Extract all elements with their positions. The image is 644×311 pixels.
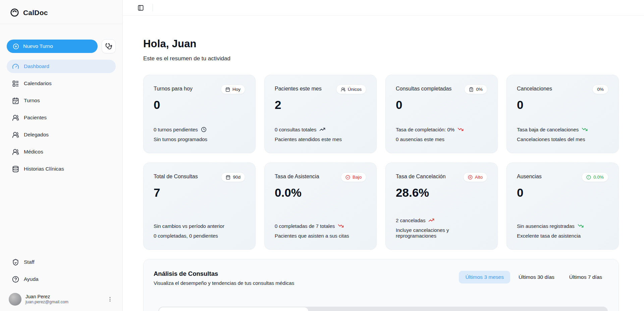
- trending-down-icon: [578, 223, 584, 229]
- badge-text: 0%: [476, 87, 483, 92]
- calendar-icon: [226, 175, 230, 180]
- users-icon: [12, 148, 19, 156]
- tab-ultimos-7-dias[interactable]: Últimos 7 días: [563, 271, 608, 284]
- sidebar: CalDoc Nuevo Turno Dashboard Calendarios…: [0, 0, 123, 311]
- app-title: CalDoc: [23, 9, 48, 17]
- badge-text: Alto: [475, 175, 483, 180]
- sidebar-item-label: Dashboard: [24, 63, 49, 69]
- sidebar-item-label: Turnos: [24, 98, 40, 104]
- sidebar-item-ayuda[interactable]: Ayuda: [7, 272, 116, 286]
- stat-value: 0: [517, 186, 608, 199]
- stat-line1: Sin cambios vs período anterior: [154, 223, 224, 229]
- caldoc-logo-icon: [10, 8, 19, 17]
- sidebar-item-label: Médicos: [24, 149, 43, 155]
- stat-line1: Tasa baja de cancelaciones: [517, 127, 579, 132]
- stethoscope-icon: [105, 43, 112, 50]
- sidebar-item-calendarios[interactable]: Calendarios: [7, 77, 116, 90]
- user-profile[interactable]: Juan Perez juan.perez@gmail.com: [0, 290, 122, 311]
- trending-down-icon: [338, 223, 344, 229]
- tab-general[interactable]: General: [159, 307, 308, 311]
- topbar: [123, 0, 644, 16]
- main-area: Hola, Juan Este es el resumen de tu acti…: [123, 0, 644, 311]
- alert-circle-icon: [586, 175, 591, 180]
- stat-line2: Pacientes atendidos este mes: [275, 136, 342, 142]
- sidebar-toggle-button[interactable]: [136, 3, 145, 12]
- stat-card-tasa-asistencia: Tasa de Asistencia Bajo 0.0% 0 completad…: [264, 163, 377, 250]
- sidebar-item-historias-clinicas[interactable]: Historias Clínicas: [7, 162, 116, 176]
- tab-ultimos-3-meses[interactable]: Últimos 3 meses: [459, 271, 510, 284]
- stat-line2: Pacientes que asisten a sus citas: [275, 233, 349, 239]
- stat-line2: Sin turnos programados: [154, 136, 207, 142]
- clipboard-check-icon: [469, 87, 474, 92]
- new-turno-button[interactable]: Nuevo Turno: [7, 40, 98, 53]
- stat-card-ausencias: Ausencias 0.0% 0 Sin ausencias registrad…: [506, 163, 619, 250]
- stat-line2: 0 completadas, 0 pendientes: [154, 233, 218, 239]
- sidebar-item-label: Calendarios: [24, 80, 52, 86]
- sidebar-item-delegados[interactable]: Delegados: [7, 128, 116, 141]
- stat-card-tasa-cancelacion: Tasa de Cancelación Alto 28.6% 2 cancela…: [385, 163, 498, 250]
- status-badge: Bajo: [341, 172, 366, 182]
- status-badge: Alto: [463, 172, 487, 182]
- calendar-icon: [225, 87, 230, 92]
- stat-line2: Incluye cancelaciones y reprogramaciones: [396, 227, 487, 239]
- status-badge: 0.0%: [582, 172, 608, 182]
- layout-list-icon: [12, 80, 19, 87]
- status-badge: 90d: [221, 172, 245, 182]
- stat-value: 28.6%: [396, 186, 487, 199]
- circle-check-icon: [345, 175, 350, 180]
- sidebar-nav: Dashboard Calendarios Turnos Pacientes D…: [0, 53, 122, 179]
- stat-card-consultas-completadas: Consultas completadas 0% 0 Tasa de compl…: [385, 75, 498, 153]
- stat-card-pacientes-mes: Pacientes este mes Únicos 2 0 consultas …: [264, 75, 377, 153]
- stat-line2: Excelente tasa de asistencia: [517, 233, 581, 239]
- help-circle-icon: [12, 276, 19, 283]
- badge-text: 90d: [233, 175, 240, 180]
- status-badge: Únicos: [336, 84, 366, 94]
- period-tabs: Últimos 3 meses Últimos 30 días Últimos …: [459, 270, 608, 284]
- new-turno-label: Nuevo Turno: [23, 43, 53, 49]
- sidebar-item-medicos[interactable]: Médicos: [7, 145, 116, 159]
- stat-line2: Cancelaciones totales del mes: [517, 136, 585, 142]
- dashboard-content: Hola, Juan Este es el resumen de tu acti…: [123, 16, 644, 311]
- tab-ultimos-30-dias[interactable]: Últimos 30 días: [512, 271, 561, 284]
- stat-value: 7: [154, 186, 245, 199]
- user-email: juan.perez@gmail.com: [25, 300, 102, 305]
- stat-card-cancelaciones: Cancelaciones 0% 0 Tasa baja de cancelac…: [506, 75, 619, 153]
- circle-x-icon: [468, 175, 473, 180]
- sidebar-item-staff[interactable]: Staff: [7, 255, 116, 269]
- topbar-divider: [153, 4, 153, 11]
- sidebar-item-label: Delegados: [24, 132, 49, 138]
- analysis-subtitle: Visualiza el desempeño y tendencias de t…: [154, 280, 294, 286]
- view-tabs: General Por Estado Tendencias: [158, 307, 608, 311]
- stat-line2: 0 ausencias este mes: [396, 136, 444, 142]
- profile-menu-button[interactable]: [106, 295, 114, 304]
- stat-line1: Sin ausencias registradas: [517, 223, 575, 229]
- stat-line1: 2 canceladas: [396, 217, 425, 223]
- stat-value: 0.0%: [275, 186, 366, 199]
- sidebar-item-turnos[interactable]: Turnos: [7, 94, 116, 107]
- circle-plus-icon: [13, 43, 19, 50]
- stat-title: Cancelaciones: [517, 84, 552, 92]
- tab-tendencias[interactable]: Tendencias: [458, 307, 607, 311]
- tab-por-estado[interactable]: Por Estado: [308, 307, 458, 311]
- sidebar-item-label: Staff: [24, 259, 35, 265]
- stethoscope-button[interactable]: [102, 39, 116, 53]
- status-badge: 0%: [592, 84, 608, 94]
- badge-text: Únicos: [348, 87, 362, 92]
- stat-value: 0: [154, 98, 245, 112]
- stat-value: 0: [517, 98, 608, 112]
- users-icon: [341, 87, 345, 92]
- app-brand: CalDoc: [0, 0, 122, 24]
- calendar-check-icon: [12, 97, 19, 104]
- panel-left-icon: [138, 5, 144, 11]
- page-title: Hola, Juan: [143, 38, 619, 50]
- clock-icon: [201, 127, 207, 132]
- sidebar-item-pacientes[interactable]: Pacientes: [7, 111, 116, 124]
- stat-line1: Tasa de completación: 0%: [396, 127, 454, 132]
- status-badge: 0%: [464, 84, 487, 94]
- badge-text: Hoy: [232, 87, 240, 92]
- sidebar-item-dashboard[interactable]: Dashboard: [7, 60, 116, 73]
- stat-line1: 0 consultas totales: [275, 127, 316, 132]
- trending-down-icon: [458, 126, 464, 132]
- sidebar-item-label: Ayuda: [24, 276, 39, 282]
- stats-grid: Turnos para hoy Hoy 0 0 turnos pendiente…: [143, 75, 619, 250]
